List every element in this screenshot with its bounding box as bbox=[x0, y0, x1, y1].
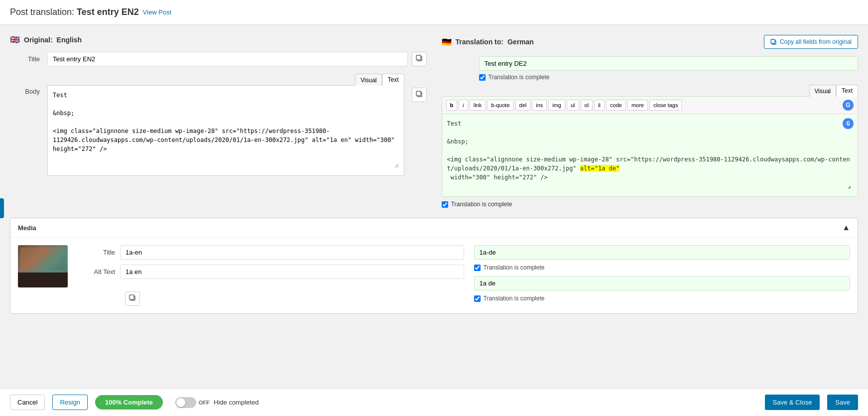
media-translation-fields: Translation is complete Translation is c… bbox=[474, 245, 851, 302]
svg-rect-1 bbox=[416, 55, 421, 60]
translation-body-content: G Test &nbsp; <img class="alignnone size… bbox=[442, 114, 858, 196]
media-alt-label: Alt Text bbox=[88, 268, 115, 276]
original-title-label: Title bbox=[10, 52, 40, 63]
toolbar-bquote[interactable]: b-quote bbox=[487, 100, 513, 111]
media-trans-title-group: Translation is complete bbox=[474, 245, 851, 271]
media-content: Title Alt Text bbox=[10, 238, 858, 313]
media-section: Media ▲ Title Alt Text bbox=[10, 218, 858, 314]
media-trans-alt-group: Translation is complete bbox=[474, 276, 851, 302]
translation-tab-text[interactable]: Text bbox=[836, 85, 858, 97]
translation-title-section: Translation is complete bbox=[442, 56, 859, 81]
translation-editor-toolbar: b i link b-quote del ins img ul ol li co… bbox=[442, 97, 858, 114]
original-column: 🇬🇧 Original: English Title bbox=[10, 35, 427, 208]
translation-title-row bbox=[479, 56, 859, 71]
original-language: English bbox=[57, 36, 82, 44]
media-alt-row: Alt Text bbox=[88, 265, 464, 279]
translation-header-row: 🇩🇪 Translation to: German Copy all field… bbox=[442, 35, 859, 49]
media-trans-alt-complete-checkbox[interactable] bbox=[474, 295, 481, 302]
translation-tabs-row: Visual Text bbox=[442, 85, 859, 97]
media-copy-wrap bbox=[88, 291, 464, 306]
translation-flag: 🇩🇪 bbox=[442, 37, 452, 47]
translation-label: Translation to: bbox=[456, 38, 503, 46]
original-title-input-wrap bbox=[47, 52, 427, 66]
original-label: Original: bbox=[24, 36, 53, 44]
resize-handle: ◢ bbox=[447, 182, 853, 191]
media-thumbnail bbox=[18, 245, 68, 287]
svg-rect-3 bbox=[416, 91, 421, 96]
translation-title-complete-checkbox[interactable] bbox=[479, 74, 486, 81]
google-translate-icon-body[interactable]: G bbox=[843, 118, 854, 129]
media-trans-title-complete-checkbox[interactable] bbox=[474, 265, 481, 271]
translation-body-complete-checkbox[interactable] bbox=[442, 201, 448, 208]
page-header: Post translation: Test entry EN2 View Po… bbox=[0, 0, 868, 25]
translation-title-complete-label: Translation is complete bbox=[489, 74, 550, 81]
sidebar-indicator bbox=[0, 198, 4, 218]
media-section-header[interactable]: Media ▲ bbox=[10, 218, 858, 238]
original-tab-visual[interactable]: Visual bbox=[355, 74, 382, 86]
media-thumbnail-wrap bbox=[18, 245, 78, 287]
original-body-label: Body bbox=[10, 74, 40, 95]
view-post-link[interactable]: View Post bbox=[143, 8, 172, 16]
media-title-row: Title bbox=[88, 245, 464, 260]
media-trans-alt-input[interactable] bbox=[474, 276, 851, 290]
highlighted-alt-text: alt="1a de" bbox=[580, 165, 620, 172]
media-original-fields: Title Alt Text bbox=[88, 245, 464, 306]
original-body-editor: Test &nbsp; <img class="alignnone size-m… bbox=[47, 85, 404, 176]
toolbar-ul[interactable]: ul bbox=[567, 100, 579, 111]
media-alt-input[interactable] bbox=[120, 265, 464, 279]
toolbar-img[interactable]: img bbox=[548, 100, 565, 111]
translation-body-complete-label: Translation is complete bbox=[451, 201, 512, 208]
original-flag: 🇬🇧 bbox=[10, 35, 20, 44]
media-title-label: Title bbox=[88, 249, 115, 256]
original-title-input[interactable] bbox=[47, 52, 408, 66]
translation-grid: 🇬🇧 Original: English Title bbox=[10, 35, 858, 208]
translation-body-complete-row: Translation is complete bbox=[442, 201, 859, 208]
translation-body-section: Visual Text b i link b-quote del ins img… bbox=[442, 85, 859, 208]
original-body-editor-outer: Visual Text Test &nbsp; <img class="alig… bbox=[47, 74, 404, 176]
toolbar-ol[interactable]: ol bbox=[581, 100, 593, 111]
original-body-row: Body Visual Text Test &nbsp; <img class=… bbox=[10, 74, 427, 176]
translation-title-complete-row: Translation is complete bbox=[479, 74, 859, 81]
media-trans-alt-complete-label: Translation is complete bbox=[484, 295, 545, 302]
toolbar-more[interactable]: more bbox=[627, 100, 648, 111]
original-header: 🇬🇧 Original: English bbox=[10, 35, 427, 44]
copy-all-fields-button[interactable]: Copy all fields from original bbox=[764, 35, 858, 49]
svg-rect-7 bbox=[129, 295, 134, 299]
main-content: 🇬🇧 Original: English Title bbox=[0, 25, 868, 334]
translation-body-editor: b i link b-quote del ins img ul ol li co… bbox=[442, 96, 859, 197]
copy-body-button[interactable] bbox=[412, 88, 427, 102]
media-section-label: Media bbox=[18, 224, 36, 232]
media-collapse-icon: ▲ bbox=[842, 223, 850, 232]
toolbar-del[interactable]: del bbox=[515, 100, 531, 111]
translation-body-text: Test &nbsp; <img class="alignnone size-m… bbox=[447, 119, 853, 182]
translation-header: 🇩🇪 Translation to: German bbox=[442, 37, 764, 47]
original-body-content: Test &nbsp; <img class="alignnone size-m… bbox=[48, 86, 404, 175]
media-trans-alt-complete-row: Translation is complete bbox=[474, 295, 851, 302]
google-translate-icon-toolbar[interactable]: G bbox=[843, 100, 854, 111]
original-body-textarea[interactable]: Test &nbsp; <img class="alignnone size-m… bbox=[53, 91, 399, 168]
media-trans-title-input[interactable] bbox=[474, 245, 851, 260]
toolbar-link[interactable]: link bbox=[470, 100, 486, 111]
translation-title-input[interactable] bbox=[479, 56, 859, 71]
media-trans-title-complete-label: Translation is complete bbox=[484, 264, 545, 271]
media-trans-title-complete-row: Translation is complete bbox=[474, 264, 851, 271]
copy-title-button[interactable] bbox=[412, 52, 427, 66]
copy-media-button[interactable] bbox=[125, 291, 140, 306]
toolbar-code[interactable]: code bbox=[606, 100, 626, 111]
toolbar-close-tags[interactable]: close tags bbox=[649, 100, 682, 111]
toolbar-bold[interactable]: b bbox=[446, 100, 458, 111]
page-title: Post translation: Test entry EN2 bbox=[10, 7, 139, 17]
toolbar-italic[interactable]: i bbox=[459, 100, 468, 111]
media-title-input[interactable] bbox=[120, 245, 464, 260]
original-title-row: Title bbox=[10, 52, 427, 66]
translation-language: German bbox=[507, 38, 534, 46]
translation-tab-visual[interactable]: Visual bbox=[809, 85, 836, 97]
toolbar-li[interactable]: li bbox=[594, 100, 605, 111]
toolbar-ins[interactable]: ins bbox=[532, 100, 547, 111]
original-tab-text[interactable]: Text bbox=[382, 74, 404, 86]
svg-rect-5 bbox=[771, 39, 775, 43]
translation-column: 🇩🇪 Translation to: German Copy all field… bbox=[442, 35, 859, 208]
original-tabs-row: Visual Text bbox=[47, 74, 404, 86]
